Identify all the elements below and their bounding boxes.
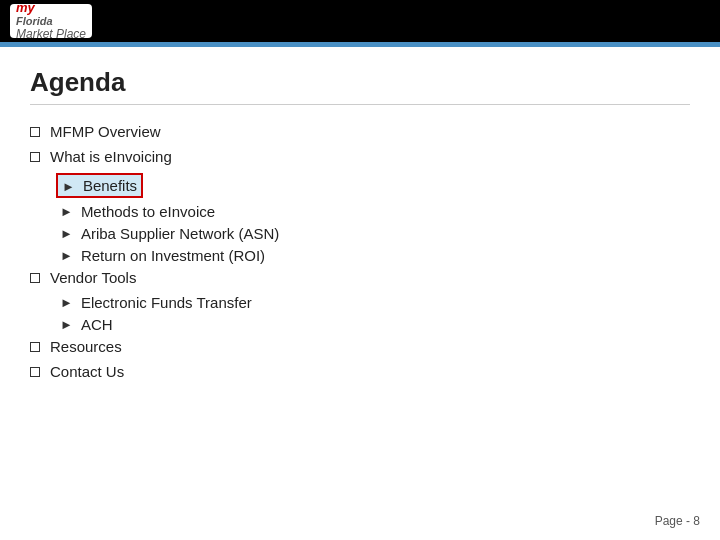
logo-container: myFlorida Market Place — [10, 4, 92, 38]
page-footer: Page - 8 — [655, 514, 700, 528]
main-content: Agenda MFMP Overview What is eInvoicing … — [0, 47, 720, 408]
list-item: ► Return on Investment (ROI) — [60, 247, 690, 264]
page-title: Agenda — [30, 67, 690, 105]
logo-florida: Florida — [16, 15, 53, 27]
arrow-icon: ► — [60, 295, 73, 310]
highlighted-benefits-row: ► Benefits — [56, 173, 143, 198]
sub-item-label: ACH — [81, 316, 113, 333]
bullet-icon — [30, 342, 40, 352]
sub-item-label: Return on Investment (ROI) — [81, 247, 265, 264]
logo-brand: Market Place — [16, 27, 86, 41]
agenda-item-label: Resources — [50, 338, 122, 355]
agenda-list: MFMP Overview What is eInvoicing ► Benef… — [30, 123, 690, 380]
arrow-icon: ► — [60, 317, 73, 332]
bullet-icon — [30, 273, 40, 283]
list-item: Resources — [30, 338, 690, 355]
header-bar: myFlorida Market Place — [0, 0, 720, 42]
list-item: MFMP Overview — [30, 123, 690, 140]
list-item: ► Ariba Supplier Network (ASN) — [60, 225, 690, 242]
list-item: What is eInvoicing — [30, 148, 690, 165]
arrow-icon: ► — [60, 204, 73, 219]
logo-main: myFlorida — [16, 1, 86, 27]
sub-list-einvoicing: ► Benefits ► Methods to eInvoice ► Ariba… — [60, 173, 690, 264]
bullet-icon — [30, 127, 40, 137]
arrow-icon: ► — [60, 226, 73, 241]
bullet-icon — [30, 367, 40, 377]
sub-item-label: Electronic Funds Transfer — [81, 294, 252, 311]
sub-item-label: Benefits — [83, 177, 137, 194]
sub-item-label: Ariba Supplier Network (ASN) — [81, 225, 279, 242]
list-item: ► Methods to eInvoice — [60, 203, 690, 220]
list-item: Vendor Tools — [30, 269, 690, 286]
agenda-item-label: Vendor Tools — [50, 269, 136, 286]
arrow-icon: ► — [62, 179, 75, 194]
list-item: ► Benefits — [60, 173, 690, 198]
arrow-icon: ► — [60, 248, 73, 263]
list-item: Contact Us — [30, 363, 690, 380]
agenda-item-label: What is eInvoicing — [50, 148, 172, 165]
sub-item-label: Methods to eInvoice — [81, 203, 215, 220]
agenda-item-contact-us: Contact Us — [50, 363, 124, 380]
list-item: ► Electronic Funds Transfer — [60, 294, 690, 311]
sub-list-vendor: ► Electronic Funds Transfer ► ACH — [60, 294, 690, 333]
list-item: ► ACH — [60, 316, 690, 333]
agenda-item-label: MFMP Overview — [50, 123, 161, 140]
bullet-icon — [30, 152, 40, 162]
page-number: Page - 8 — [655, 514, 700, 528]
